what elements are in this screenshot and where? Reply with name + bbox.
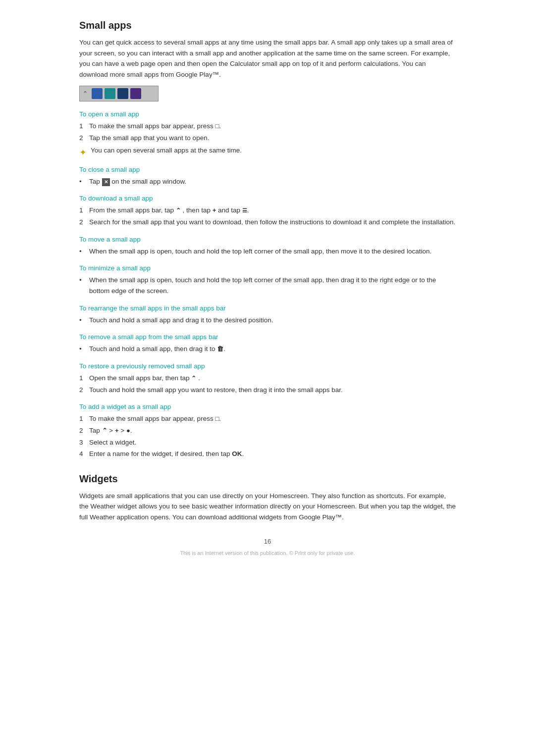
rearrange-list: • Touch and hold a small app and drag it… xyxy=(79,315,456,326)
x-icon: ✕ xyxy=(102,178,110,186)
chevron-up-icon: ⌃ xyxy=(176,206,181,215)
download-step-2: 2 Search for the small app that you want… xyxy=(79,217,456,228)
small-screen-icon: □ xyxy=(215,121,219,132)
move-bullet: • When the small app is open, touch and … xyxy=(79,246,456,257)
open-small-app-section: To open a small app 1 To make the small … xyxy=(79,110,456,157)
widgets-title: Widgets xyxy=(79,473,456,485)
tip-text: You can open several small apps at the s… xyxy=(91,147,242,154)
move-small-app-section: To move a small app • When the small app… xyxy=(79,236,456,257)
minimize-title: To minimize a small app xyxy=(79,264,456,272)
rearrange-title: To rearrange the small apps in the small… xyxy=(79,304,456,312)
circle-icon: ● xyxy=(126,426,130,436)
trash-icon: 🗑 xyxy=(217,344,223,354)
small-apps-intro: You can get quick access to several smal… xyxy=(79,37,456,80)
open-steps-list: 1 To make the small apps bar appear, pre… xyxy=(79,121,456,143)
plus-icon: + xyxy=(213,205,216,216)
filter-icon: ☰ xyxy=(242,206,247,215)
close-bullet: • Tap ✕ on the small app window. xyxy=(79,176,456,187)
chevron-up-icon-3: ⌃ xyxy=(102,426,107,436)
footer-note: This is an Internet version of this publ… xyxy=(79,550,456,556)
small-apps-bar-image: ⌃ xyxy=(79,86,159,101)
bar-icon-2 xyxy=(105,88,115,99)
minimize-bullet: • When the small app is open, touch and … xyxy=(79,275,456,296)
restore-step-1: 1 Open the small apps bar, then tap ⌃ . xyxy=(79,373,456,384)
add-widget-step-3: 3 Select a widget. xyxy=(79,437,456,448)
move-title: To move a small app xyxy=(79,236,456,243)
restore-title: To restore a previously removed small ap… xyxy=(79,362,456,370)
close-list: • Tap ✕ on the small app window. xyxy=(79,176,456,187)
bar-icon-3 xyxy=(117,88,128,99)
remove-bullet: • Touch and hold a small app, then drag … xyxy=(79,344,456,354)
restore-steps-list: 1 Open the small apps bar, then tap ⌃ . … xyxy=(79,373,456,395)
tip-icon: ✦ xyxy=(79,147,87,158)
open-step-1: 1 To make the small apps bar appear, pre… xyxy=(79,121,456,132)
rearrange-small-app-section: To rearrange the small apps in the small… xyxy=(79,304,456,326)
small-screen-icon-2: □ xyxy=(215,414,219,424)
restore-small-app-section: To restore a previously removed small ap… xyxy=(79,362,456,395)
bar-icon-4 xyxy=(130,88,141,99)
bar-icon-1 xyxy=(92,88,103,99)
widgets-intro: Widgets are small applications that you … xyxy=(79,491,456,523)
download-small-app-section: To download a small app 1 From the small… xyxy=(79,195,456,227)
download-step-1: 1 From the small apps bar, tap ⌃ , then … xyxy=(79,205,456,216)
download-steps-list: 1 From the small apps bar, tap ⌃ , then … xyxy=(79,205,456,227)
remove-title: To remove a small app from the small app… xyxy=(79,333,456,341)
move-list: • When the small app is open, touch and … xyxy=(79,246,456,257)
add-widget-title: To add a widget as a small app xyxy=(79,403,456,410)
remove-small-app-section: To remove a small app from the small app… xyxy=(79,333,456,354)
page-number: 16 xyxy=(79,538,456,545)
remove-list: • Touch and hold a small app, then drag … xyxy=(79,344,456,354)
minimize-small-app-section: To minimize a small app • When the small… xyxy=(79,264,456,296)
tip-box: ✦ You can open several small apps at the… xyxy=(79,147,456,158)
bar-chevron-icon: ⌃ xyxy=(83,90,88,97)
add-widget-step-2: 2 Tap ⌃ > + > ●. xyxy=(79,425,456,436)
open-step-2: 2 Tap the small app that you want to ope… xyxy=(79,133,456,144)
add-widget-step-4: 4 Enter a name for the widget, if desire… xyxy=(79,449,456,459)
restore-step-2: 2 Touch and hold the small app you want … xyxy=(79,385,456,396)
close-small-app-section: To close a small app • Tap ✕ on the smal… xyxy=(79,166,456,187)
add-widget-step-1: 1 To make the small apps bar appear, pre… xyxy=(79,413,456,424)
small-apps-title: Small apps xyxy=(79,20,456,31)
plus-icon-2: + xyxy=(115,426,119,436)
chevron-up-icon-2: ⌃ xyxy=(191,374,196,383)
minimize-list: • When the small app is open, touch and … xyxy=(79,275,456,296)
download-title: To download a small app xyxy=(79,195,456,202)
rearrange-bullet: • Touch and hold a small app and drag it… xyxy=(79,315,456,326)
add-widget-steps-list: 1 To make the small apps bar appear, pre… xyxy=(79,413,456,459)
open-title: To open a small app xyxy=(79,110,456,118)
close-title: To close a small app xyxy=(79,166,456,173)
ok-label: OK xyxy=(232,450,242,457)
widgets-section: Widgets Widgets are small applications t… xyxy=(79,473,456,523)
add-widget-section: To add a widget as a small app 1 To make… xyxy=(79,403,456,459)
